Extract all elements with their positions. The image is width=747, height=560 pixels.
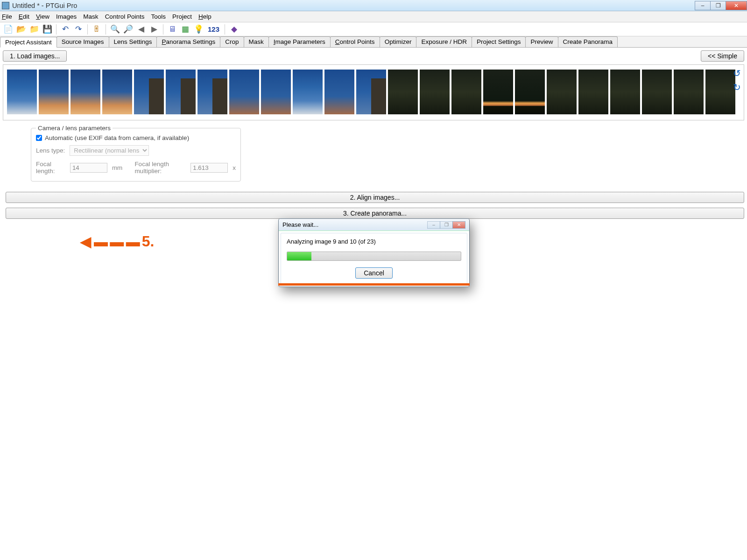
dialog-maximize-button: ❐ [440, 221, 453, 229]
dialog-close-button[interactable]: ✕ [452, 221, 465, 229]
annotation-underline [278, 283, 470, 286]
cancel-button[interactable]: Cancel [355, 267, 393, 279]
progress-dialog: Please wait... – ❐ ✕ Analyzing image 9 a… [278, 218, 470, 287]
dialog-title: Please wait... [282, 221, 318, 228]
modal-overlay: Please wait... – ❐ ✕ Analyzing image 9 a… [0, 0, 747, 560]
dialog-titlebar: Please wait... – ❐ ✕ [279, 219, 469, 231]
progress-fill [287, 252, 311, 260]
dialog-minimize-button: – [427, 221, 440, 229]
progress-bar [287, 252, 461, 261]
dialog-status: Analyzing image 9 and 10 (of 23) [287, 238, 461, 245]
